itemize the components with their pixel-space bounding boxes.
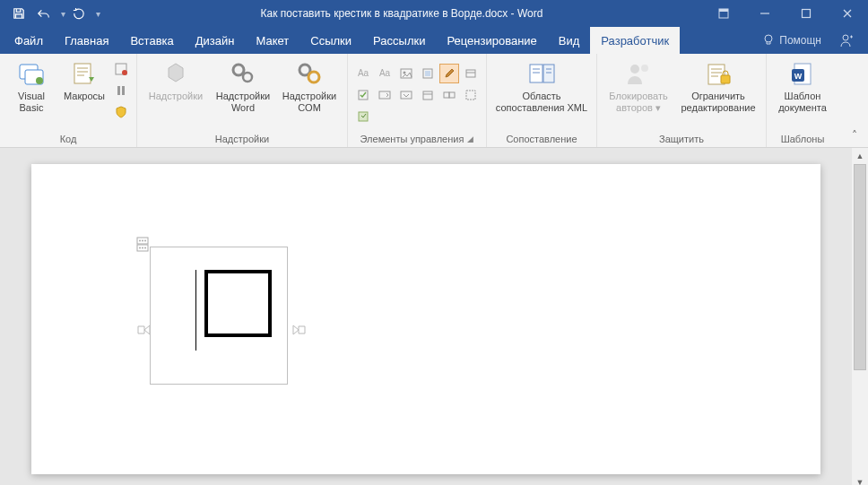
date-picker-control-button[interactable] (418, 85, 438, 105)
legacy-tools-button[interactable] (353, 107, 373, 126)
group-protect: Блокировать авторов ▾ Ограничить редакти… (597, 54, 767, 147)
com-addins-label: Надстройки COM (282, 91, 336, 113)
scroll-thumb[interactable] (854, 164, 866, 370)
content-control-frame[interactable] (150, 247, 288, 385)
scroll-track[interactable] (852, 164, 868, 474)
tab-layout[interactable]: Макет (245, 27, 299, 54)
svg-text:W: W (794, 72, 803, 81)
scroll-up-button[interactable]: ▲ (852, 148, 868, 164)
svg-rect-33 (530, 65, 542, 82)
svg-point-17 (308, 72, 319, 82)
tell-me-label: Помощн (779, 34, 821, 47)
document-template-label: Шаблон документа (778, 91, 827, 113)
svg-rect-3 (803, 10, 811, 18)
xml-mapping-icon (527, 59, 556, 88)
addins-button[interactable]: Надстройки (143, 57, 209, 102)
tab-review[interactable]: Рецензирование (436, 27, 547, 54)
xml-mapping-label: Область сопоставления XML (496, 91, 587, 113)
repeating-section-control-button[interactable] (439, 85, 459, 105)
macro-security-button[interactable] (111, 102, 131, 122)
undo-icon[interactable] (32, 3, 56, 24)
minimize-button[interactable] (744, 0, 786, 27)
svg-point-8 (36, 77, 43, 84)
svg-point-39 (630, 65, 639, 74)
restrict-editing-icon (704, 59, 733, 88)
save-icon[interactable] (7, 3, 30, 24)
group-control-button[interactable] (461, 85, 481, 105)
svg-rect-32 (359, 112, 368, 121)
addins-icon (161, 59, 190, 88)
block-authors-label: Блокировать авторов ▾ (609, 91, 667, 113)
block-authors-button[interactable]: Блокировать авторов ▾ (603, 57, 674, 113)
tab-design[interactable]: Дизайн (185, 27, 246, 54)
visual-basic-icon (17, 59, 46, 88)
svg-rect-21 (425, 71, 430, 76)
picture-control-button[interactable] (396, 64, 416, 83)
visual-basic-button[interactable]: Visual Basic (5, 57, 57, 113)
svg-rect-29 (444, 92, 449, 98)
tab-references[interactable]: Ссылки (299, 27, 362, 54)
controls-dialog-launcher[interactable]: ◢ (467, 134, 473, 143)
tell-me-search[interactable]: Помощн (754, 27, 829, 54)
share-button[interactable] (834, 29, 857, 52)
window-title: Как поставить крестик в квадратике в Вор… (100, 7, 703, 20)
record-macro-button[interactable] (111, 59, 131, 79)
pause-recording-button[interactable] (111, 81, 131, 100)
group-code-label: Код (60, 134, 77, 144)
com-addins-button[interactable]: Надстройки COM (277, 57, 342, 113)
lightbulb-icon (761, 33, 776, 48)
tab-mailings[interactable]: Рассылки (362, 27, 436, 54)
maximize-button[interactable] (786, 0, 827, 27)
xml-mapping-pane-button[interactable]: Область сопоставления XML (492, 57, 591, 113)
control-properties-button[interactable] (461, 64, 481, 83)
document-scroll[interactable] (0, 148, 852, 485)
close-button[interactable] (827, 0, 868, 27)
checkbox-shape[interactable] (204, 270, 272, 337)
group-addins-label: Надстройки (215, 134, 269, 144)
group-mapping: Область сопоставления XML Сопоставление (487, 54, 597, 147)
svg-point-48 (142, 240, 143, 242)
svg-rect-22 (466, 70, 475, 77)
text-cursor (195, 270, 196, 351)
document-template-icon: W (788, 59, 817, 88)
page[interactable] (31, 164, 820, 474)
tab-view[interactable]: Вид (548, 27, 591, 54)
document-template-button[interactable]: W Шаблон документа (772, 57, 833, 113)
svg-point-15 (243, 73, 252, 82)
svg-point-19 (404, 71, 406, 74)
svg-point-11 (122, 70, 127, 75)
tab-developer[interactable]: Разработчик (590, 27, 680, 54)
dropdown-control-button[interactable] (396, 85, 416, 105)
com-addins-icon (295, 59, 324, 88)
design-mode-button[interactable] (439, 64, 459, 83)
scroll-down-button[interactable]: ▼ (852, 474, 868, 485)
window-controls (703, 0, 868, 27)
svg-rect-31 (466, 91, 475, 100)
addins-label: Надстройки (149, 91, 203, 102)
combobox-control-button[interactable] (375, 85, 395, 105)
tab-insert[interactable]: Вставка (119, 27, 184, 54)
svg-rect-13 (122, 86, 125, 95)
restrict-editing-button[interactable]: Ограничить редактирование (676, 57, 760, 113)
tab-home[interactable]: Главная (54, 27, 119, 54)
collapse-ribbon-button[interactable]: ˄ (846, 127, 863, 143)
word-addins-button[interactable]: Надстройки Word (211, 57, 275, 113)
undo-dropdown-icon[interactable]: ▾ (61, 9, 65, 19)
rich-text-control-button[interactable]: Aa (353, 64, 373, 83)
svg-point-49 (144, 240, 146, 242)
macros-button[interactable]: Макросы (59, 57, 109, 102)
checkbox-control-button[interactable] (353, 85, 373, 105)
svg-point-51 (139, 247, 141, 249)
restrict-editing-label: Ограничить редактирование (681, 91, 755, 113)
vertical-scrollbar[interactable]: ▲ ▼ (852, 148, 868, 485)
ribbon-display-options-icon[interactable] (703, 0, 744, 27)
tab-file[interactable]: Файл (4, 27, 54, 54)
title-bar: ▾ ▾ Как поставить крестик в квадратике в… (0, 0, 868, 27)
group-mapping-label: Сопоставление (506, 134, 577, 144)
plain-text-control-button[interactable]: Aa (375, 64, 395, 83)
word-addins-icon (229, 59, 257, 88)
building-block-control-button[interactable] (418, 64, 438, 83)
redo-icon[interactable] (67, 3, 91, 24)
svg-rect-30 (449, 92, 455, 98)
ribbon: Visual Basic Макросы Код Надстройки Надс… (0, 54, 868, 148)
